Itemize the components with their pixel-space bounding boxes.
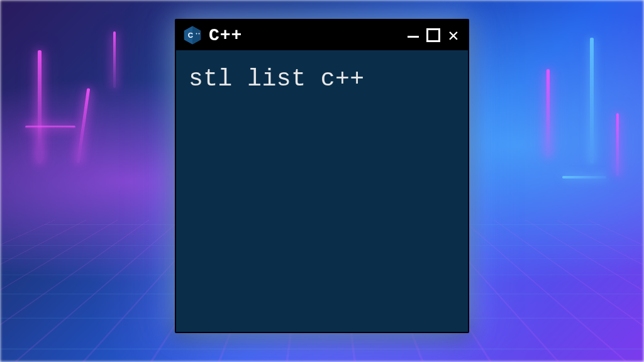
close-button[interactable]: ✕ bbox=[445, 27, 462, 43]
terminal-window: C + + C++ ✕ stl list c++ bbox=[175, 19, 469, 333]
svg-text:+: + bbox=[198, 31, 200, 35]
window-title: C++ bbox=[209, 26, 399, 45]
titlebar[interactable]: C + + C++ ✕ bbox=[176, 20, 468, 50]
svg-text:+: + bbox=[196, 31, 197, 35]
terminal-body[interactable]: stl list c++ bbox=[176, 50, 468, 332]
minimize-button[interactable] bbox=[405, 27, 421, 43]
terminal-output: stl list c++ bbox=[189, 65, 455, 92]
maximize-button[interactable] bbox=[425, 27, 441, 43]
window-controls: ✕ bbox=[405, 27, 462, 43]
cpp-icon: C + + bbox=[182, 25, 203, 45]
svg-text:C: C bbox=[188, 31, 193, 39]
